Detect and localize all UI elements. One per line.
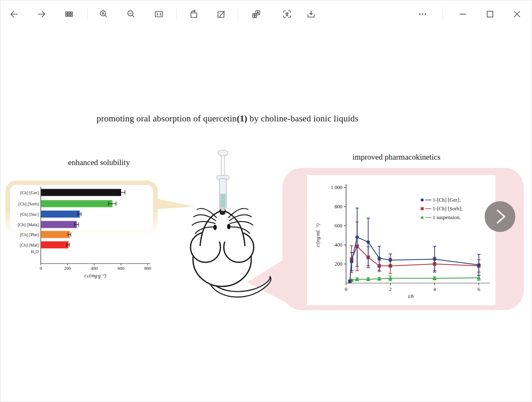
edit-pen-icon	[216, 9, 226, 19]
thumbnails-button[interactable]	[62, 7, 77, 22]
svg-text:0: 0	[40, 266, 42, 271]
pharmacokinetics-heading: improved pharmacokinetics	[334, 153, 459, 162]
translate-button[interactable]	[249, 7, 264, 22]
app-window: promoting oral absorption of quercetin(1…	[0, 0, 532, 402]
maximize-button[interactable]	[483, 7, 497, 22]
close-icon	[512, 9, 522, 19]
ocr-button[interactable]	[280, 7, 294, 22]
close-button[interactable]	[510, 7, 525, 22]
maximize-icon	[485, 9, 495, 19]
svg-text:800: 800	[144, 266, 151, 271]
forward-button[interactable]	[34, 7, 49, 22]
toolbar-separator	[238, 8, 238, 20]
toolbar	[0, 0, 532, 28]
mouse-illustration	[179, 148, 292, 312]
more-dots-icon	[418, 9, 428, 19]
back-button[interactable]	[7, 7, 22, 22]
svg-text:4: 4	[433, 286, 436, 292]
svg-text:0: 0	[345, 286, 348, 292]
translate-icon	[251, 9, 261, 19]
svg-text:200: 200	[64, 266, 71, 271]
svg-text:400: 400	[91, 266, 98, 271]
more-button[interactable]	[415, 7, 430, 22]
svg-text:[Ch] [Phe]: [Ch] [Phe]	[20, 232, 39, 237]
download-icon	[306, 9, 316, 19]
svg-text:600: 600	[118, 266, 125, 271]
svg-text:[Ch] [Sorb]: [Ch] [Sorb]	[18, 202, 39, 206]
mouse-eye-left	[213, 225, 217, 230]
next-page-button[interactable]	[485, 201, 515, 232]
zoom-in-button[interactable]	[96, 7, 111, 22]
zoom-in-icon	[99, 9, 109, 19]
svg-text:400: 400	[334, 242, 342, 248]
figure-title-pre: promoting oral absorption of quercetin	[97, 113, 237, 123]
chevron-right-icon	[485, 201, 515, 232]
rotate-button[interactable]	[186, 7, 201, 22]
svg-text:6: 6	[478, 286, 480, 292]
figure-title: promoting oral absorption of quercetin(1…	[61, 113, 394, 124]
svg-text:[Ch] [Mal]: [Ch] [Mal]	[20, 243, 39, 247]
svg-text:[Ch] [Mala]: [Ch] [Mala]	[18, 222, 39, 227]
svg-text:H₂O: H₂O	[31, 249, 39, 254]
toolbar-separator	[176, 8, 177, 20]
pharmacokinetics-line-chart: 2004006008001 0000246t/hc/(ng·mL⁻¹)1-[Ch…	[307, 175, 495, 305]
svg-text:200: 200	[334, 261, 342, 267]
solubility-heading: enhanced solubility	[37, 158, 161, 167]
svg-text:c/(ng·mL⁻¹): c/(ng·mL⁻¹)	[315, 224, 321, 247]
svg-text:2: 2	[389, 286, 392, 292]
minimize-icon	[458, 9, 468, 19]
mouse-body-group	[191, 209, 271, 297]
text-recognition-icon	[282, 9, 292, 19]
rotate-icon	[189, 9, 199, 19]
zoom-out-button[interactable]	[124, 7, 139, 22]
actual-size-button[interactable]	[151, 7, 166, 22]
svg-text:[Ch] [Ger]: [Ch] [Ger]	[20, 190, 39, 195]
svg-text:800: 800	[334, 204, 342, 210]
actual-size-icon	[154, 9, 164, 19]
svg-text:t/h: t/h	[408, 293, 414, 299]
mouse-eye-right	[227, 224, 230, 229]
save-button[interactable]	[304, 7, 319, 22]
zoom-out-icon	[126, 9, 136, 19]
svg-text:[Ch] [Suc]: [Ch] [Suc]	[20, 212, 39, 217]
solubility-bar-chart: 0200400600800cₛ/(mg·g⁻¹)[Ch] [Ger][Ch] […	[7, 183, 186, 287]
svg-text:1-[Ch] [Ger];: 1-[Ch] [Ger];	[433, 197, 460, 203]
toolbar-separator	[443, 7, 443, 21]
minimize-button[interactable]	[455, 7, 470, 22]
edit-button[interactable]	[214, 7, 229, 22]
svg-text:1 000: 1 000	[331, 185, 342, 190]
syringe-icon	[217, 150, 229, 211]
svg-text:600: 600	[334, 223, 342, 229]
figure-title-post: by choline-based ionic liquids	[247, 113, 359, 123]
figure-title-compound-number: (1)	[237, 113, 247, 123]
toolbar-separator	[87, 8, 88, 20]
svg-text:cₛ/(mg·g⁻¹): cₛ/(mg·g⁻¹)	[84, 273, 106, 279]
forward-arrow-icon	[37, 9, 47, 19]
svg-text:1-[Ch] [Sorb];: 1-[Ch] [Sorb];	[433, 206, 463, 212]
back-arrow-icon	[9, 9, 19, 19]
svg-text:1 suspension.: 1 suspension.	[433, 215, 460, 220]
thumbnails-grid-icon	[64, 9, 74, 19]
